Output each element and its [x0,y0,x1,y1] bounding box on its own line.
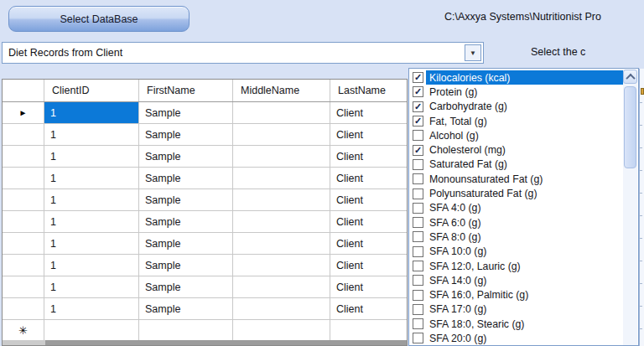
lastname-cell[interactable]: Client [330,189,407,210]
firstname-cell[interactable] [139,320,233,340]
checkbox[interactable] [413,217,423,228]
table-row[interactable]: 1 Sample Client [3,211,407,233]
firstname-cell[interactable]: Sample [139,255,233,276]
lastname-cell[interactable]: Client [330,255,407,276]
firstname-cell[interactable]: Sample [139,146,233,167]
row-selector-cell[interactable] [3,189,44,210]
lastname-cell[interactable]: Client [330,102,407,123]
checkbox[interactable] [413,333,423,343]
checkbox[interactable] [413,188,423,199]
clientid-cell[interactable]: 1 [44,255,139,276]
lastname-cell[interactable]: Client [330,124,407,145]
nutrient-list-item[interactable]: SFA 10:0 (g) [409,245,623,259]
scroll-up-button[interactable] [623,70,637,84]
lastname-cell[interactable]: Client [330,298,407,319]
checkbox[interactable] [413,261,423,271]
table-row[interactable]: 1 Sample Client [3,255,407,276]
row-selector-cell[interactable] [3,124,44,145]
firstname-cell[interactable]: Sample [139,168,233,188]
nutrient-list-item[interactable]: ✓ Fat, Total (g) [409,114,623,128]
middlename-cell[interactable] [233,255,330,276]
middlename-cell[interactable] [233,146,330,167]
checkbox[interactable] [413,231,423,242]
checkbox[interactable] [413,304,423,315]
nutrient-list-item[interactable]: Monounsaturated Fat (g) [409,172,623,186]
checkbox[interactable]: ✓ [413,101,423,112]
grid-header-middlename[interactable]: MiddleName [233,80,330,101]
table-row[interactable]: 1 Sample Client [3,189,407,211]
lastname-cell[interactable] [330,320,407,340]
clientid-cell[interactable]: 1 [44,124,139,145]
middlename-cell[interactable] [233,320,330,340]
middlename-cell[interactable] [233,298,330,319]
firstname-cell[interactable]: Sample [139,211,233,232]
grid-hscroll-thumb[interactable] [45,340,407,345]
new-row[interactable]: ✳ [3,320,407,341]
nutrient-list-item[interactable]: Alcohol (g) [409,128,623,142]
checkbox[interactable] [413,203,423,214]
row-selector-cell[interactable] [3,211,44,232]
nutrient-list-item[interactable]: SFA 20:0 (g) [409,331,623,345]
nutrient-list-item[interactable]: SFA 12:0, Lauric (g) [409,259,623,273]
checkbox[interactable]: ✓ [413,145,423,156]
table-row[interactable]: 1 Sample Client [3,146,407,168]
middlename-cell[interactable] [233,124,330,145]
clientid-cell[interactable] [44,320,139,340]
lastname-cell[interactable]: Client [330,168,407,188]
checkbox[interactable] [413,159,423,170]
nutrient-list-item[interactable]: Saturated Fat (g) [409,158,623,172]
checkbox[interactable]: ✓ [413,72,423,83]
lastname-cell[interactable]: Client [330,146,407,167]
row-selector-cell[interactable] [3,298,44,319]
nutrient-list-item[interactable]: SFA 17:0 (g) [409,302,623,317]
checkbox[interactable]: ✓ [413,86,423,97]
clientid-cell[interactable]: 1 [44,146,139,167]
nutrient-list-item[interactable]: ✓ Protein (g) [409,85,623,99]
listbox-scrollbar[interactable] [623,70,637,345]
clientid-cell[interactable]: 1 [44,102,139,123]
combobox-dropdown-button[interactable]: ▼ [465,44,481,61]
middlename-cell[interactable] [233,102,330,123]
table-row[interactable]: 1 Sample Client [3,276,407,298]
firstname-cell[interactable]: Sample [139,298,233,319]
nutrient-list-item[interactable]: ✓ Cholesterol (mg) [409,142,623,157]
grid-header-clientid[interactable]: ClientID [44,80,139,101]
clientid-cell[interactable]: 1 [44,298,139,319]
middlename-cell[interactable] [233,168,330,188]
nutrient-list-item[interactable]: SFA 18:0, Stearic (g) [409,317,623,331]
checkbox[interactable] [413,318,423,329]
lastname-cell[interactable]: Client [330,211,407,232]
nutrient-list-item[interactable]: SFA 6:0 (g) [409,215,623,230]
listbox-scroll-thumb[interactable] [624,86,636,168]
middlename-cell[interactable] [233,211,330,232]
record-type-combobox[interactable]: Diet Records from Client ▼ [2,42,484,64]
row-selector-cell[interactable]: ✳ [3,320,44,340]
grid-horizontal-scrollbar[interactable] [3,340,407,345]
firstname-cell[interactable]: Sample [139,189,233,210]
checkbox[interactable] [413,275,423,286]
table-row[interactable]: 1 Sample Client [3,233,407,255]
checkbox[interactable] [413,290,423,301]
table-row[interactable]: 1 Sample Client [3,168,407,189]
middlename-cell[interactable] [233,276,330,297]
firstname-cell[interactable]: Sample [139,124,233,145]
nutrient-list-item[interactable]: Polyunsaturated Fat (g) [409,186,623,200]
middlename-cell[interactable] [233,233,330,254]
clientid-cell[interactable]: 1 [44,233,139,254]
firstname-cell[interactable]: Sample [139,233,233,254]
checkbox[interactable] [413,173,423,184]
firstname-cell[interactable]: Sample [139,276,233,297]
checkbox[interactable]: ✓ [413,116,423,127]
checkbox[interactable] [413,130,423,141]
nutrient-list-item[interactable]: SFA 4:0 (g) [409,201,623,215]
table-row[interactable]: ► 1 Sample Client [3,102,407,124]
nutrient-list-item[interactable]: SFA 16:0, Palmitic (g) [409,287,623,302]
clientid-cell[interactable]: 1 [44,211,139,232]
lastname-cell[interactable]: Client [330,276,407,297]
grid-header-lastname[interactable]: LastName [330,80,407,101]
row-selector-cell[interactable] [3,168,44,188]
middlename-cell[interactable] [233,189,330,210]
nutrient-list-item[interactable]: ✓ Carbohydrate (g) [409,100,623,114]
row-selector-cell[interactable] [3,233,44,254]
row-selector-cell[interactable] [3,146,44,167]
